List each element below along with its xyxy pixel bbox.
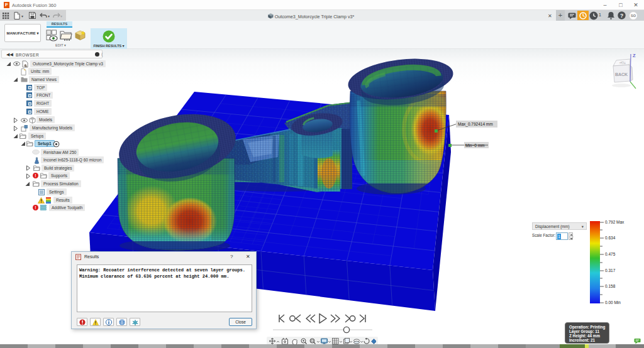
svg-text:BACK: BACK: [615, 72, 628, 77]
svg-text:Max_0.792414 mm: Max_0.792414 mm: [458, 122, 493, 127]
svg-text:TOP: TOP: [619, 61, 626, 65]
svg-text:?: ?: [620, 13, 623, 19]
svg-text:Min~0 mm: Min~0 mm: [465, 143, 485, 148]
svg-text:Z: Z: [633, 53, 636, 58]
